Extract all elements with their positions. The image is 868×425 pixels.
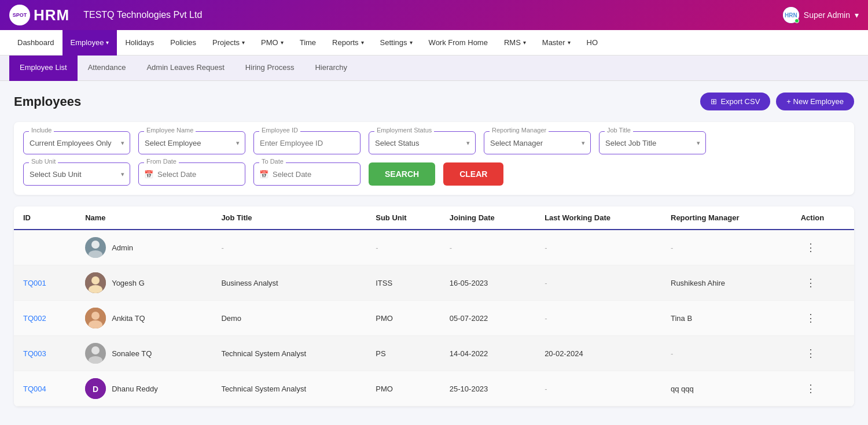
- cell-id[interactable]: TQ003: [14, 336, 76, 371]
- employee-id-link[interactable]: TQ002: [23, 314, 46, 323]
- svg-point-1: [89, 250, 102, 258]
- cell-id[interactable]: TQ004: [14, 371, 76, 406]
- action-menu-button[interactable]: ⋮: [801, 274, 821, 291]
- main-nav: Dashboard Employee ▾ Holidays Policies P…: [0, 30, 868, 56]
- reporting-manager-select[interactable]: Select Manager: [484, 131, 591, 154]
- tab-employee-list[interactable]: Employee List: [9, 56, 78, 81]
- action-menu-button[interactable]: ⋮: [801, 380, 821, 397]
- search-button[interactable]: SEARCH: [369, 162, 435, 186]
- new-employee-button[interactable]: + New Employee: [776, 93, 854, 110]
- nav-pmo[interactable]: PMO ▾: [253, 30, 292, 56]
- export-csv-button[interactable]: ⊞ Export CSV: [700, 93, 770, 110]
- tab-attendance[interactable]: Attendance: [78, 56, 137, 81]
- reporting-manager-filter: Reporting Manager Select Manager ▾: [484, 131, 591, 154]
- cell-joining-date: 25-10-2023: [440, 371, 535, 406]
- employment-status-label: Employment Status: [374, 127, 434, 134]
- logo-hrm-text: HRM: [34, 6, 69, 24]
- table-header: ID Name Job Title Sub Unit Joining Date …: [14, 206, 854, 230]
- employee-id-input[interactable]: [253, 131, 361, 154]
- svg-point-5: [89, 320, 102, 328]
- avatar: [85, 308, 106, 328]
- cell-id[interactable]: TQ001: [14, 265, 76, 301]
- cell-reporting-manager: Tina B: [661, 301, 792, 336]
- reports-chevron: ▾: [361, 39, 364, 46]
- include-filter: Include Current Employees Only ▾: [23, 131, 130, 154]
- nav-ho[interactable]: HO: [579, 30, 606, 56]
- avatar: [85, 343, 106, 364]
- action-menu-button[interactable]: ⋮: [801, 345, 821, 362]
- col-id: ID: [14, 206, 76, 230]
- clear-button[interactable]: CLEAR: [443, 162, 503, 186]
- cell-last-working-date: -: [535, 265, 661, 301]
- col-job-title: Job Title: [212, 206, 366, 230]
- cell-id[interactable]: TQ002: [14, 301, 76, 336]
- nav-projects[interactable]: Projects ▾: [204, 30, 253, 56]
- nav-employee[interactable]: Employee ▾: [62, 30, 117, 56]
- tab-admin-leaves[interactable]: Admin Leaves Request: [136, 56, 234, 81]
- nav-wfh[interactable]: Work From Home: [421, 30, 496, 56]
- to-date-input[interactable]: [253, 162, 361, 186]
- sub-unit-select[interactable]: Select Sub Unit: [23, 162, 130, 186]
- cell-name: DDhanu Reddy: [76, 371, 212, 406]
- nav-dashboard[interactable]: Dashboard: [9, 30, 62, 56]
- cell-sub-unit: PS: [366, 336, 440, 371]
- nav-time[interactable]: Time: [292, 30, 324, 56]
- svg-point-3: [89, 285, 102, 293]
- tab-hierarchy[interactable]: Hierarchy: [304, 56, 358, 81]
- employee-id-label: Employee ID: [259, 127, 300, 134]
- svg-point-4: [91, 312, 100, 320]
- cell-joining-date: 16-05-2023: [440, 265, 535, 301]
- employee-id-link[interactable]: TQ003: [23, 349, 46, 358]
- action-menu-button[interactable]: ⋮: [801, 309, 821, 327]
- avatar: [85, 272, 106, 293]
- pmo-chevron: ▾: [281, 39, 284, 46]
- cell-action[interactable]: ⋮: [792, 371, 854, 406]
- cell-action[interactable]: ⋮: [792, 301, 854, 336]
- sub-unit-label: Sub Unit: [29, 158, 58, 165]
- page-title: Employees: [14, 94, 81, 109]
- cell-name: Ankita TQ: [76, 301, 212, 336]
- col-last-working-date: Last Working Date: [535, 206, 661, 230]
- svg-point-2: [91, 276, 100, 284]
- filter-row-1: Include Current Employees Only ▾ Employe…: [23, 131, 845, 154]
- employee-name: Ankita TQ: [112, 314, 145, 323]
- cell-action[interactable]: ⋮: [792, 265, 854, 301]
- sub-unit-filter: Sub Unit Select Sub Unit ▾: [23, 162, 130, 186]
- to-date-label: To Date: [259, 158, 286, 165]
- cell-joining-date: -: [440, 230, 535, 265]
- employee-table-container: ID Name Job Title Sub Unit Joining Date …: [14, 206, 854, 406]
- cell-last-working-date: -: [535, 301, 661, 336]
- tab-hiring-process[interactable]: Hiring Process: [235, 56, 305, 81]
- employment-status-select[interactable]: Select Status: [369, 131, 476, 154]
- nav-rms[interactable]: RMS ▾: [496, 30, 534, 56]
- include-label: Include: [29, 127, 54, 134]
- table-row: TQ004DDhanu ReddyTechnical System Analys…: [14, 371, 854, 406]
- cell-last-working-date: -: [535, 371, 661, 406]
- nav-master[interactable]: Master ▾: [534, 30, 579, 56]
- cell-sub-unit: PMO: [366, 371, 440, 406]
- cell-job-title: Demo: [212, 301, 366, 336]
- cell-action[interactable]: ⋮: [792, 230, 854, 265]
- nav-holidays[interactable]: Holidays: [117, 30, 162, 56]
- employee-name: Admin: [112, 243, 133, 252]
- nav-reports[interactable]: Reports ▾: [324, 30, 372, 56]
- sub-tabs: Employee List Attendance Admin Leaves Re…: [0, 56, 868, 81]
- table-row: TQ002Ankita TQDemoPMO05-07-2022-Tina B⋮: [14, 301, 854, 336]
- cell-action[interactable]: ⋮: [792, 336, 854, 371]
- action-menu-button[interactable]: ⋮: [801, 239, 821, 256]
- employee-name-select[interactable]: Select Employee: [138, 131, 245, 154]
- employee-name: Dhanu Reddy: [112, 385, 158, 393]
- user-area[interactable]: HRN Super Admin ▾: [783, 7, 859, 23]
- employee-id-link[interactable]: TQ001: [23, 279, 46, 287]
- nav-settings[interactable]: Settings ▾: [372, 30, 421, 56]
- export-icon: ⊞: [711, 97, 717, 106]
- new-employee-label: + New Employee: [786, 97, 844, 106]
- from-date-input[interactable]: [138, 162, 245, 186]
- col-action: Action: [792, 206, 854, 230]
- logo-circle: SPOT: [9, 5, 30, 25]
- cell-reporting-manager: -: [661, 336, 792, 371]
- job-title-select[interactable]: Select Job Title: [599, 131, 706, 154]
- nav-policies[interactable]: Policies: [162, 30, 204, 56]
- include-select[interactable]: Current Employees Only: [23, 131, 130, 154]
- employee-id-link[interactable]: TQ004: [23, 385, 46, 393]
